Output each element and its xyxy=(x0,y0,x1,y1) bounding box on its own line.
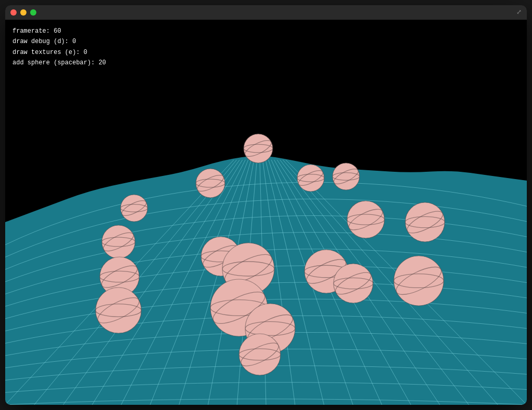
close-button[interactable] xyxy=(10,9,17,16)
titlebar: ⤢ xyxy=(5,5,527,20)
scene-canvas xyxy=(5,20,527,405)
minimize-button[interactable] xyxy=(20,9,26,16)
hud-debug: draw debug (d): 0 xyxy=(12,36,106,47)
app-window: ⤢ framerate: 60 draw debug (d): 0 draw t… xyxy=(5,5,527,405)
hud-framerate: framerate: 60 xyxy=(12,26,106,36)
hud-textures: draw textures (e): 0 xyxy=(12,47,106,58)
scene-content: framerate: 60 draw debug (d): 0 draw tex… xyxy=(5,20,527,405)
hud-overlay: framerate: 60 draw debug (d): 0 draw tex… xyxy=(12,26,106,69)
maximize-button[interactable] xyxy=(30,9,36,16)
hud-sphere: add sphere (spacebar): 20 xyxy=(12,58,106,68)
expand-icon: ⤢ xyxy=(516,8,522,16)
